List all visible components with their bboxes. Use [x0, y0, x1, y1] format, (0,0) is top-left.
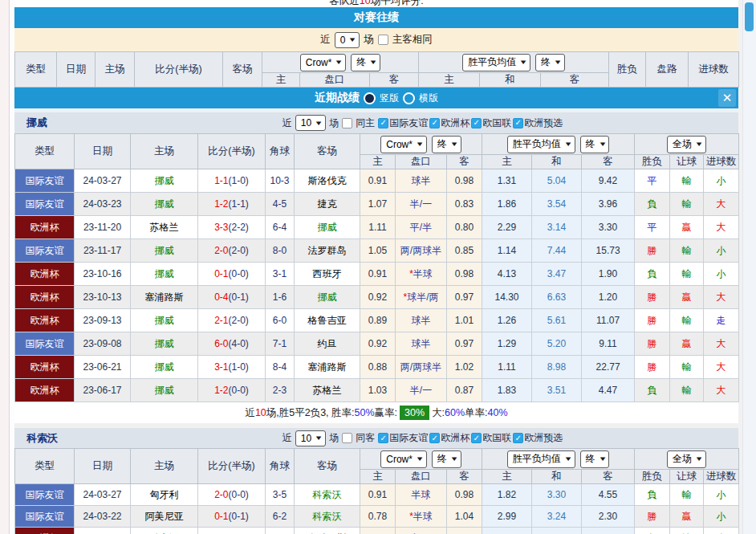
home-team[interactable]: 挪威 — [131, 263, 198, 286]
checkbox-checked-icon[interactable]: ✓ — [471, 433, 482, 443]
col-score: 比分(半场) — [198, 449, 266, 484]
checkbox-checked-icon[interactable]: ✓ — [429, 433, 440, 443]
away-team[interactable]: 格鲁吉亚 — [295, 309, 360, 332]
avg-final-select[interactable]: 终▼ — [580, 450, 610, 468]
handicap-away-odds: 0.97 — [447, 332, 482, 356]
league-filter-3[interactable]: ✓欧洲预选 — [513, 431, 563, 445]
away-team[interactable]: 塞浦路斯 — [295, 356, 360, 379]
corner-score: 8-0 — [266, 239, 295, 263]
avg-select[interactable]: 胜平负均值▼ — [507, 450, 575, 468]
games-label: 场 — [364, 33, 374, 47]
league-filter-0[interactable]: ✓国际友谊 — [378, 431, 428, 445]
away-team[interactable]: 苏格兰 — [295, 379, 360, 402]
home-team[interactable]: 挪威 — [131, 332, 198, 356]
away-team[interactable]: 法罗群岛 — [295, 239, 360, 263]
rounds-select[interactable]: 10▼ — [295, 115, 326, 131]
same-home-away-checkbox[interactable] — [378, 35, 388, 45]
bookmaker-select[interactable]: Crow*▼ — [380, 450, 427, 468]
away-team[interactable]: 挪威 — [295, 286, 360, 309]
same-venue-checkbox[interactable] — [342, 433, 352, 443]
league-filter-3[interactable]: ✓欧洲预选 — [513, 116, 563, 130]
col-trend: 盘路 — [646, 52, 689, 88]
col-result: 胜负 — [609, 52, 646, 88]
checkbox-checked-icon[interactable]: ✓ — [471, 118, 482, 128]
home-team[interactable]: 挪威 — [131, 169, 198, 193]
match-row: 欧洲杯23-10-16挪威0-1(0-0)3-1西班牙0.91*半球0.984.… — [15, 263, 739, 286]
same-venue-checkbox[interactable] — [342, 118, 352, 128]
match-date: 23-10-16 — [75, 263, 131, 286]
league-filter-2[interactable]: ✓欧国联 — [471, 431, 511, 445]
col-date: 日期 — [57, 52, 96, 88]
match-score: 2-0(2-0) — [198, 239, 266, 263]
home-team[interactable]: 挪威 — [131, 309, 198, 332]
home-team[interactable]: 挪威 — [131, 356, 198, 379]
league-filter-1[interactable]: ✓欧洲杯 — [429, 116, 469, 130]
league-filter-1[interactable]: ✓欧洲杯 — [429, 431, 469, 445]
away-team[interactable]: 西班牙 — [295, 263, 360, 286]
page: 客队近10场平均评分: 对赛往绩 近 0▼ 场 主客相同 类型 — [0, 0, 756, 534]
final-select[interactable]: 终▼ — [432, 450, 461, 468]
home-team[interactable]: 塞浦路斯 — [131, 286, 198, 309]
checkbox-checked-icon[interactable]: ✓ — [513, 433, 523, 443]
home-team[interactable]: 挪威 — [131, 379, 198, 402]
away-team[interactable]: 斯洛伐克 — [295, 169, 360, 193]
home-team[interactable]: 苏格兰 — [131, 216, 198, 239]
avg-lose-odds: 9.11 — [582, 332, 635, 356]
handicap-group-header: Crow*▼ 终▼ — [360, 449, 482, 470]
col-goals: 进球数 — [689, 52, 739, 88]
fulltime-select[interactable]: 全场▼ — [667, 136, 706, 153]
handicap-away-odds: 1.06 — [447, 528, 482, 534]
match-row: 欧洲杯23-09-13挪威2-1(2-0)6-0格鲁吉亚0.89球半1.011.… — [15, 309, 739, 332]
radio-landscape-icon[interactable] — [403, 92, 415, 104]
handicap-away-odds: 1.01 — [447, 309, 482, 332]
near-label: 近 — [282, 431, 292, 445]
avg-win-odds: 14.30 — [482, 286, 532, 309]
close-button[interactable]: ✕ — [718, 89, 736, 107]
left-margin — [0, 0, 14, 534]
home-team[interactable]: 匈牙利 — [131, 484, 198, 506]
home-team[interactable]: 科索沃 — [131, 528, 198, 534]
checkbox-checked-icon[interactable]: ✓ — [378, 433, 388, 443]
match-row: 国际友谊23-11-17挪威2-0(2-0)8-0法罗群岛1.05两/两球半0.… — [15, 239, 739, 263]
result-wdl: 勝 — [635, 239, 670, 263]
sub-win: 主 — [419, 73, 480, 88]
avg-final-select[interactable]: 终▼ — [580, 136, 610, 153]
handicap-away-odds: 0.85 — [447, 239, 482, 263]
avg-win-odds: 1.86 — [482, 193, 532, 216]
bookmaker-select[interactable]: Crow*▼ — [380, 136, 427, 153]
sub-draw: 和 — [532, 155, 582, 169]
avg-select[interactable]: 胜平负均值▼ — [462, 54, 530, 71]
final-select[interactable]: 终▼ — [351, 54, 380, 71]
avg-final-select[interactable]: 终▼ — [535, 54, 565, 71]
away-team[interactable]: 挪威 — [295, 216, 360, 239]
away-team[interactable]: 约旦 — [295, 332, 360, 356]
radio-portrait-selected-icon[interactable] — [364, 92, 376, 104]
landscape-label[interactable]: 横版 — [419, 92, 438, 105]
league-filter-0[interactable]: ✓国际友谊 — [378, 116, 428, 130]
home-team[interactable]: 挪威 — [131, 193, 198, 216]
checkbox-checked-icon[interactable]: ✓ — [429, 118, 440, 128]
scrollbar-thumb[interactable] — [745, 2, 754, 31]
away-team[interactable]: 科索沃 — [295, 506, 360, 528]
handicap-home-odds: 0.84 — [360, 528, 396, 534]
result-handicap: 輸 — [670, 356, 704, 379]
league-filter-2[interactable]: ✓欧国联 — [471, 116, 511, 130]
portrait-label[interactable]: 竖版 — [380, 92, 399, 105]
chevron-down-icon: ▼ — [449, 141, 458, 148]
home-team[interactable]: 阿美尼亚 — [131, 506, 198, 528]
away-team[interactable]: 白俄罗斯 — [295, 528, 360, 534]
vertical-scrollbar[interactable] — [742, 0, 756, 534]
sub-handicap: 盘口 — [396, 155, 447, 169]
avg-select[interactable]: 胜平负均值▼ — [507, 136, 575, 153]
home-team[interactable]: 挪威 — [131, 239, 198, 263]
away-team[interactable]: 捷克 — [295, 193, 360, 216]
rounds-select[interactable]: 10▼ — [295, 430, 326, 446]
bookmaker-select[interactable]: Crow*▼ — [300, 54, 347, 71]
handicap-group-header: Crow*▼ 终▼ — [360, 134, 482, 155]
final-select[interactable]: 终▼ — [432, 136, 461, 153]
checkbox-checked-icon[interactable]: ✓ — [378, 118, 388, 128]
fulltime-select[interactable]: 全场▼ — [667, 450, 706, 468]
h2h-rounds-select[interactable]: 0▼ — [335, 32, 360, 48]
away-team[interactable]: 科索沃 — [295, 484, 360, 506]
checkbox-checked-icon[interactable]: ✓ — [513, 118, 523, 128]
